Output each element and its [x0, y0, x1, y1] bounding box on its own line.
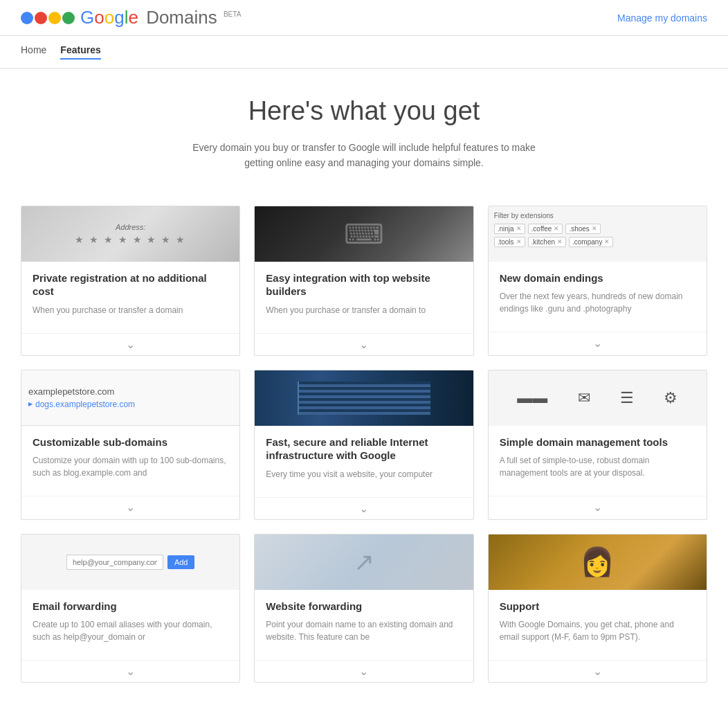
expand-mgmt-tools[interactable]: ⌄: [489, 496, 707, 518]
logo-area: Google Domains BETA: [21, 7, 241, 28]
feature-title-private-reg: Private registration at no additional co…: [33, 271, 228, 298]
expand-support[interactable]: ⌄: [489, 660, 707, 682]
tool-icon-email: ✉: [578, 389, 590, 407]
feature-title-website-builders: Easy integration with top website builde…: [266, 271, 462, 298]
domain-tag-ninja: .ninja ✕: [494, 224, 525, 234]
tag-tools-label: .tools: [498, 238, 514, 246]
feature-content-email-fwd: Email forwarding Create up to 100 email …: [21, 590, 239, 661]
feature-desc-subdomains: Customize your domain with up to 100 sub…: [33, 454, 228, 479]
feature-title-email-fwd: Email forwarding: [33, 600, 228, 613]
feature-title-subdomains: Customizable sub-domains: [33, 436, 228, 449]
stars-display: ★ ★ ★ ★ ★ ★ ★ ★: [75, 234, 186, 245]
subdomain-sub-domain: dogs.examplepetstore.com: [28, 400, 233, 409]
feature-desc-support: With Google Domains, you get chat, phone…: [500, 618, 695, 643]
tag-tools-remove[interactable]: ✕: [516, 238, 522, 245]
nav-home[interactable]: Home: [21, 44, 46, 60]
tag-coffee-remove[interactable]: ✕: [554, 225, 559, 232]
feature-image-support: [489, 535, 707, 590]
feature-title-website-fwd: Website forwarding: [266, 600, 462, 613]
feature-card-new-endings: Filter by extensions .ninja ✕ .coffee ✕ …: [488, 206, 707, 356]
hero-title: Here's what you get: [21, 96, 707, 126]
expand-infrastructure[interactable]: ⌄: [255, 497, 473, 519]
feature-title-mgmt-tools: Simple domain management tools: [500, 436, 695, 449]
tool-icon-settings: ⚙: [664, 389, 677, 407]
tool-icon-browser: ▬▬: [517, 389, 547, 407]
email-forwarding-input[interactable]: [66, 555, 163, 570]
feature-desc-mgmt-tools: A full set of simple-to-use, robust doma…: [500, 454, 695, 479]
hero-description: Every domain you buy or transfer to Goog…: [184, 140, 544, 171]
domain-filter-label: Filter by extensions: [494, 212, 701, 219]
dot-green: [62, 12, 75, 24]
feature-desc-infrastructure: Every time you visit a website, your com…: [266, 468, 462, 481]
expand-website-builders[interactable]: ⌄: [255, 333, 473, 355]
expand-private-reg[interactable]: ⌄: [21, 333, 239, 355]
beta-badge: BETA: [224, 10, 241, 18]
google-dots-logo: [21, 12, 75, 24]
feature-desc-website-builders: When you purchase or transfer a domain t…: [266, 304, 462, 316]
feature-grid: Address: ★ ★ ★ ★ ★ ★ ★ ★ Private registr…: [21, 206, 707, 683]
tag-kitchen-label: .kitchen: [531, 238, 555, 246]
expand-email-fwd[interactable]: ⌄: [21, 660, 239, 682]
feature-content-private-reg: Private registration at no additional co…: [21, 262, 239, 333]
feature-image-subdomain: examplepetstore.com dogs.examplepetstore…: [21, 370, 239, 426]
feature-title-infrastructure: Fast, secure and reliable Internet infra…: [266, 436, 462, 463]
domain-tag-company: .company ✕: [569, 237, 613, 247]
tag-coffee-label: .coffee: [531, 225, 552, 233]
main-content: Here's what you get Every domain you buy…: [0, 69, 728, 724]
domain-tag-tools: .tools ✕: [494, 237, 525, 247]
feature-desc-website-fwd: Point your domain name to an existing do…: [266, 618, 462, 643]
feature-card-website-fwd: Website forwarding Point your domain nam…: [254, 534, 473, 683]
feature-content-website-builders: Easy integration with top website builde…: [255, 262, 473, 333]
feature-card-infrastructure: Fast, secure and reliable Internet infra…: [254, 370, 473, 520]
brand-name: Google Domains BETA: [80, 7, 241, 28]
domain-tag-shoes: .shoes ✕: [565, 224, 600, 234]
main-nav: Home Features: [0, 36, 728, 69]
tag-shoes-label: .shoes: [569, 225, 589, 233]
tag-shoes-remove[interactable]: ✕: [592, 225, 597, 232]
domain-tags-row2: .tools ✕ .kitchen ✕ .company ✕: [494, 237, 701, 247]
manage-domains-link[interactable]: Manage my domains: [617, 12, 707, 24]
nav-features[interactable]: Features: [60, 44, 100, 60]
expand-subdomains[interactable]: ⌄: [21, 496, 239, 518]
header: Google Domains BETA Manage my domains: [0, 0, 728, 36]
feature-image-server: [255, 370, 473, 426]
dot-blue: [21, 12, 33, 24]
dot-yellow: [48, 12, 61, 24]
domain-tag-coffee: .coffee ✕: [528, 224, 563, 234]
tag-ninja-remove[interactable]: ✕: [516, 225, 522, 232]
address-label: Address:: [116, 223, 145, 231]
feature-image-domain-endings: Filter by extensions .ninja ✕ .coffee ✕ …: [489, 206, 707, 262]
feature-desc-private-reg: When you purchase or transfer a domain: [33, 304, 228, 316]
dot-red: [35, 12, 47, 24]
tag-kitchen-remove[interactable]: ✕: [557, 238, 563, 245]
feature-image-tools: ▬▬ ✉ ☰ ⚙: [489, 370, 707, 426]
feature-content-mgmt-tools: Simple domain management tools A full se…: [489, 426, 707, 496]
tool-icon-server: ☰: [620, 389, 634, 407]
feature-image-laptop: [255, 206, 473, 262]
feature-card-website-builders: Easy integration with top website builde…: [254, 206, 473, 356]
subdomain-main-domain: examplepetstore.com: [28, 386, 233, 397]
domain-tag-kitchen: .kitchen ✕: [528, 237, 566, 247]
domain-tags-row1: .ninja ✕ .coffee ✕ .shoes ✕: [494, 224, 701, 234]
feature-image-email: Add: [21, 535, 239, 590]
feature-card-subdomains: examplepetstore.com dogs.examplepetstore…: [21, 370, 240, 520]
tag-ninja-label: .ninja: [498, 225, 514, 233]
feature-card-private-reg: Address: ★ ★ ★ ★ ★ ★ ★ ★ Private registr…: [21, 206, 240, 356]
hero-section: Here's what you get Every domain you buy…: [21, 96, 707, 171]
feature-content-new-endings: New domain endings Over the next few yea…: [489, 262, 707, 332]
feature-desc-email-fwd: Create up to 100 email aliases with your…: [33, 618, 228, 643]
feature-image-website-fwd: [255, 535, 473, 590]
tag-company-remove[interactable]: ✕: [604, 238, 610, 245]
tag-company-label: .company: [572, 238, 602, 246]
feature-image-private-reg: Address: ★ ★ ★ ★ ★ ★ ★ ★: [21, 206, 239, 262]
expand-new-endings[interactable]: ⌄: [489, 332, 707, 354]
feature-card-mgmt-tools: ▬▬ ✉ ☰ ⚙ Simple domain management tools …: [488, 370, 707, 520]
feature-content-website-fwd: Website forwarding Point your domain nam…: [255, 590, 473, 661]
feature-card-email-fwd: Add Email forwarding Create up to 100 em…: [21, 534, 240, 683]
feature-content-infrastructure: Fast, secure and reliable Internet infra…: [255, 426, 473, 497]
expand-website-fwd[interactable]: ⌄: [255, 660, 473, 682]
feature-desc-new-endings: Over the next few years, hundreds of new…: [500, 290, 695, 315]
feature-title-new-endings: New domain endings: [500, 271, 695, 285]
feature-content-support: Support With Google Domains, you get cha…: [489, 590, 707, 661]
email-add-button[interactable]: Add: [167, 555, 195, 569]
